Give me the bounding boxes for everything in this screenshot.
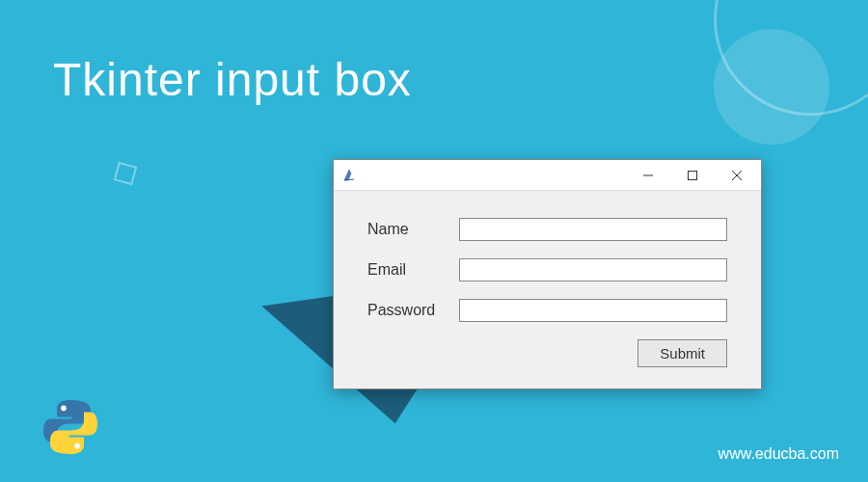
form-row-name: Name [367,218,727,241]
website-url: www.educba.com [719,445,839,463]
password-label: Password [367,302,459,319]
name-input[interactable] [459,218,727,241]
svg-point-4 [61,406,67,412]
svg-rect-1 [689,171,697,179]
minimize-button[interactable] [626,161,670,190]
window-titlebar [334,160,761,191]
page-title: Tkinter input box [53,53,412,106]
feather-icon [341,168,357,183]
maximize-button[interactable] [670,161,715,190]
password-input[interactable] [459,299,727,322]
decorative-square [114,162,137,185]
form-area: Name Email Password Submit [334,191,761,388]
form-row-email: Email [367,258,727,281]
svg-point-5 [74,443,80,449]
decorative-circle-fill [714,29,829,145]
email-input[interactable] [459,258,727,281]
submit-button[interactable]: Submit [637,339,727,367]
tkinter-window: Name Email Password Submit [333,159,762,389]
submit-row: Submit [367,339,727,367]
python-logo-icon [37,393,104,461]
email-label: Email [367,261,459,279]
window-controls [626,161,759,190]
form-row-password: Password [367,299,727,322]
close-button[interactable] [715,161,759,190]
name-label: Name [367,221,459,238]
